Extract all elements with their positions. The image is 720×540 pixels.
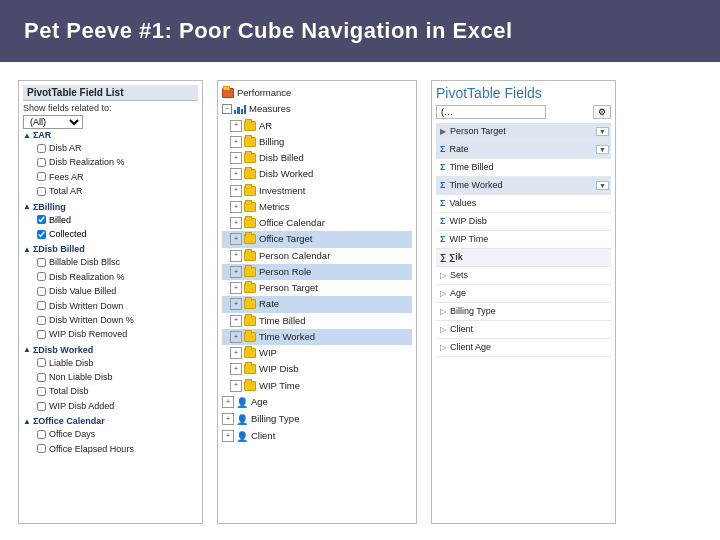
section-header-disb-billed[interactable]: ▲ Σ Disb Billed: [23, 243, 198, 255]
checkbox-disb-written-down[interactable]: [37, 301, 46, 310]
field-non-liable-disb: Non Liable Disb: [23, 370, 198, 384]
section-header-office-cal[interactable]: ▲ Σ Office Calendar: [23, 415, 198, 427]
arrow-ar: ▲: [23, 131, 31, 140]
field-label-person-target: Person Target: [450, 125, 596, 138]
checkbox-disb-ar[interactable]: [37, 144, 46, 153]
checkbox-collected[interactable]: [37, 230, 46, 239]
field-label-age: Age: [450, 287, 609, 300]
sigma-time-worked: Σ: [440, 179, 445, 192]
tree-item-office-cal[interactable]: + Office Calendar: [222, 215, 412, 231]
section-header-ar[interactable]: ▲ Σ AR: [23, 129, 198, 141]
panel1-title: PivotTable Field List: [23, 85, 198, 101]
tree-item-disb-worked[interactable]: + Disb Worked: [222, 166, 412, 182]
tree-item-investment[interactable]: + Investment: [222, 183, 412, 199]
filter-btn-time-worked[interactable]: ▼: [596, 181, 609, 190]
checkbox-non-liable-disb[interactable]: [37, 373, 46, 382]
expand-icon-wip-disb: +: [230, 363, 242, 375]
tree-item-measures[interactable]: − Measures: [222, 101, 412, 117]
tree-label-person-target: Person Target: [259, 281, 318, 295]
pivot-field-rate: Σ Rate ▼: [436, 141, 611, 159]
tree-item-client[interactable]: + 👤 Client: [222, 428, 412, 445]
field-section-ar: ▲ Σ AR Disb AR Disb Realization % Fees A…: [23, 129, 198, 199]
tree-item-rate[interactable]: + Rate: [222, 296, 412, 312]
section-label-billing: Billing: [38, 202, 66, 212]
pivot-field-client: ▷ Client: [436, 321, 611, 339]
sigma-rate: Σ: [440, 143, 445, 156]
filter-btn-person-target[interactable]: ▼: [596, 127, 609, 136]
arrow-right-sets: ▷: [440, 270, 446, 281]
tree-item-person-target[interactable]: + Person Target: [222, 280, 412, 296]
folder-icon-office-cal: [244, 218, 256, 228]
person-icon-client: 👤: [236, 429, 248, 444]
checkbox-total-ar[interactable]: [37, 187, 46, 196]
tree-item-person-cal[interactable]: + Person Calendar: [222, 248, 412, 264]
tree-item-wip-disb[interactable]: + WIP Disb: [222, 361, 412, 377]
checkbox-office-days[interactable]: [37, 430, 46, 439]
checkbox-wip-disb-removed[interactable]: [37, 330, 46, 339]
field-disb-val-billed: Disb Value Billed: [23, 284, 198, 298]
gear-button[interactable]: ⚙: [593, 105, 611, 119]
arrow-disb-worked: ▲: [23, 345, 31, 354]
checkbox-wip-disb-added[interactable]: [37, 402, 46, 411]
checkbox-disb-written-pct[interactable]: [37, 316, 46, 325]
tree-item-time-billed[interactable]: + Time Billed: [222, 313, 412, 329]
field-office-elapsed: Office Elapsed Hours: [23, 442, 198, 456]
tree-label-rate: Rate: [259, 297, 279, 311]
folder-icon-time-worked: [244, 332, 256, 342]
filter-btn-rate[interactable]: ▼: [596, 145, 609, 154]
tree-label-disb-worked: Disb Worked: [259, 167, 313, 181]
expand-icon-disb-worked: +: [230, 168, 242, 180]
checkbox-total-disb[interactable]: [37, 387, 46, 396]
pivot-field-wip-disb: Σ WIP Disb: [436, 213, 611, 231]
tree-item-performance[interactable]: Performance: [222, 85, 412, 101]
section-header-disb-worked[interactable]: ▲ Σ Disb Worked: [23, 344, 198, 356]
folder-icon-person-role: [244, 267, 256, 277]
field-label-wip-disb: WIP Disb: [449, 215, 609, 228]
folder-icon-wip-disb: [244, 364, 256, 374]
page-title: Pet Peeve #1: Poor Cube Navigation in Ex…: [24, 18, 513, 43]
expand-icon-metrics: +: [230, 201, 242, 213]
search-fields-input[interactable]: [436, 105, 546, 119]
tree-item-age[interactable]: + 👤 Age: [222, 394, 412, 411]
checkbox-office-elapsed[interactable]: [37, 444, 46, 453]
section-header-billing[interactable]: ▲ Σ Billing: [23, 201, 198, 213]
tree-item-person-role[interactable]: + Person Role: [222, 264, 412, 280]
checkbox-billable-disb[interactable]: [37, 258, 46, 267]
checkbox-disb-real[interactable]: [37, 158, 46, 167]
tree-item-wip[interactable]: + WIP: [222, 345, 412, 361]
checkbox-fees-ar[interactable]: [37, 172, 46, 181]
tree-item-ar[interactable]: + AR: [222, 118, 412, 134]
tree-item-office-target[interactable]: + Office Target: [222, 231, 412, 247]
tree-item-time-worked[interactable]: + Time Worked: [222, 329, 412, 345]
folder-icon-performance: [222, 88, 234, 98]
tree-label-metrics: Metrics: [259, 200, 290, 214]
tree-item-billing-type[interactable]: + 👤 Billing Type: [222, 411, 412, 428]
folder-icon-person-target: [244, 283, 256, 293]
tree-label-wip-disb: WIP Disb: [259, 362, 298, 376]
checkbox-disb-val[interactable]: [37, 287, 46, 296]
tree-item-wip-time[interactable]: + WIP Time: [222, 378, 412, 394]
field-label-values: Values: [449, 197, 609, 210]
checkbox-disb-real2[interactable]: [37, 272, 46, 281]
field-list: ▲ Σ AR Disb AR Disb Realization % Fees A…: [23, 129, 198, 519]
expand-icon-office-target: +: [230, 233, 242, 245]
folder-icon-disb-worked: [244, 169, 256, 179]
tree-item-metrics[interactable]: + Metrics: [222, 199, 412, 215]
field-label-client-age: Client Age: [450, 341, 609, 354]
sigma-values: Σ: [440, 197, 445, 210]
folder-icon-metrics: [244, 202, 256, 212]
checkbox-liable-disb[interactable]: [37, 358, 46, 367]
field-filter-dropdown[interactable]: (All): [23, 115, 83, 129]
tree-item-billing[interactable]: + Billing: [222, 134, 412, 150]
field-label-billing-type: Billing Type: [450, 305, 609, 318]
tree-label-ar: AR: [259, 119, 272, 133]
folder-icon-disb-billed: [244, 153, 256, 163]
checkbox-billed[interactable]: [37, 215, 46, 224]
field-collected: Collected: [23, 227, 198, 241]
section-label-disb-billed: Disb Billed: [38, 244, 85, 254]
tree-item-disb-billed[interactable]: + Disb Billed: [222, 150, 412, 166]
expand-icon-person-cal: +: [230, 250, 242, 262]
sigma-time-billed: Σ: [440, 161, 445, 174]
folder-icon-billing: [244, 137, 256, 147]
folder-icon-wip-time: [244, 381, 256, 391]
